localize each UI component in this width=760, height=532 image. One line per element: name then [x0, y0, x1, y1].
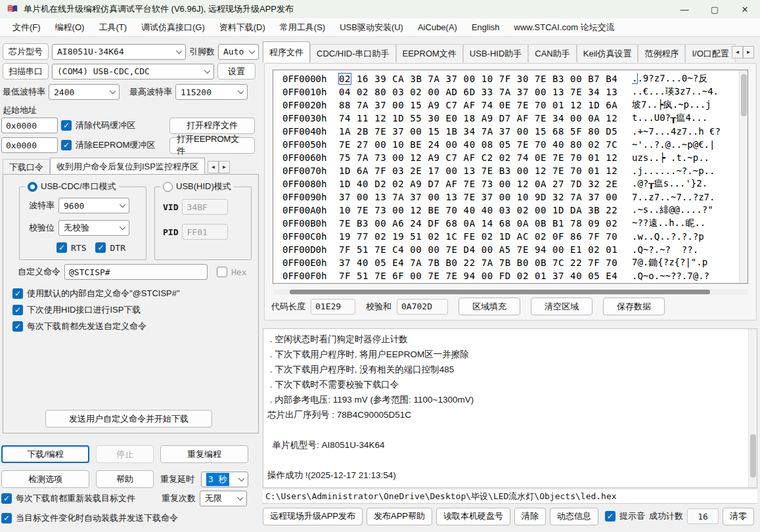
- scan-port-button[interactable]: 扫描串口: [3, 63, 49, 79]
- fill-region-button[interactable]: 区域填充: [458, 298, 520, 315]
- use-default-command-checkbox[interactable]: ✓ 使用默认的内部自定义命令"@STCISP#": [12, 288, 180, 299]
- code-start-address-input[interactable]: 0x0000: [1, 118, 58, 133]
- tab-4[interactable]: CAN助手: [528, 44, 576, 62]
- menu-item-7[interactable]: AiCube(A): [411, 20, 464, 35]
- clear-eeprom-buffer-checkbox[interactable]: ✓ 清除EEPROM缓冲区: [61, 139, 155, 151]
- remote-upgrade-publish-button[interactable]: 远程现场升级APP发布: [263, 508, 363, 525]
- log-line: [267, 422, 740, 437]
- tab-reset-to-isp[interactable]: 收到用户命令后复位到ISP监控程序区: [50, 158, 205, 175]
- hex-checkbox[interactable]: ✓ Hex: [217, 267, 246, 277]
- open-program-file-button[interactable]: 打开程序文件: [169, 118, 255, 134]
- pins-select[interactable]: Auto: [218, 44, 259, 60]
- chevron-down-icon: [237, 495, 243, 500]
- scrollbar-thumb[interactable]: [741, 74, 747, 116]
- baud-select[interactable]: 9600: [58, 198, 129, 213]
- eeprom-start-address-input[interactable]: 0x0000: [1, 137, 58, 153]
- hex-checkbox-label: Hex: [231, 267, 246, 277]
- stop-button[interactable]: 停止: [96, 445, 154, 463]
- send-before-download-checkbox[interactable]: ✓ 每次下载前都先发送自定义命令: [12, 321, 180, 332]
- tab-0[interactable]: 程序文件: [263, 41, 310, 62]
- minimize-button[interactable]: —: [669, 0, 700, 18]
- settings-button[interactable]: 设置: [217, 63, 256, 79]
- dtr-checkbox[interactable]: ✓ DTR: [95, 242, 125, 253]
- publish-app-help-button[interactable]: 发布APP帮助: [367, 508, 432, 525]
- hex-ascii: 坡7..┝疯.~p...j: [632, 99, 737, 111]
- vid-label: VID: [163, 202, 178, 212]
- tab-scroll-right-icon[interactable]: ►: [219, 161, 230, 173]
- serial-port-select[interactable]: (COM4) USB-CDC,CDC: [52, 64, 214, 79]
- tab-scroll-left-icon[interactable]: ◄: [732, 46, 743, 58]
- target-file-path-bar[interactable]: C:\Users\Administrator\OneDrive\Desktop\…: [263, 489, 757, 504]
- menu-item-6[interactable]: USB驱动安装(U): [332, 19, 411, 36]
- repeat-count-select[interactable]: 无限: [200, 491, 247, 506]
- close-button[interactable]: ✕: [730, 0, 760, 18]
- tab-2[interactable]: EEPROM文件: [396, 44, 463, 62]
- chip-model-button[interactable]: 芯片型号: [3, 43, 49, 60]
- clear-code-buffer-checkbox[interactable]: ✓ 清除代码缓冲区: [61, 120, 135, 131]
- hex-row: 0FF00D0h7F 51 7E C4 00 00 7E D4 00 A5 7E…: [273, 243, 737, 256]
- hex-ascii: .@?┰瘟s...'}2.: [632, 178, 737, 190]
- read-disk-id-button[interactable]: 读取本机硬盘号: [436, 508, 510, 525]
- download-program-button[interactable]: 下载/编程: [1, 445, 89, 463]
- hex-address: 0FF0070h: [282, 166, 334, 176]
- menu-item-3[interactable]: 调试仿真接口(G): [134, 19, 212, 36]
- clear-region-button[interactable]: 清空区域: [531, 298, 592, 315]
- reload-target-checkbox[interactable]: ✓ 每次下载前都重新装载目标文件: [1, 493, 135, 504]
- menu-item-1[interactable]: 编程(O): [48, 19, 92, 36]
- hex-vertical-scrollbar[interactable]: [739, 70, 748, 283]
- checkbox-checked-icon: ✓: [12, 288, 23, 299]
- menu-item-2[interactable]: 工具(T): [91, 19, 134, 36]
- selected-byte[interactable]: 02: [339, 74, 351, 84]
- maximize-button[interactable]: ▢: [700, 0, 730, 18]
- repeat-delay-select[interactable]: 3 秒: [201, 472, 248, 487]
- hex-horizontal-scrollbar[interactable]: [274, 289, 748, 295]
- custom-command-input[interactable]: @STCISP#: [64, 264, 208, 280]
- tab-7[interactable]: I/O口配置: [685, 44, 735, 62]
- beep-checkbox[interactable]: ✓提示音: [605, 510, 645, 522]
- tab-download-password[interactable]: 下载口令: [3, 159, 50, 175]
- hex-viewer[interactable]: 0FF0000h02 16 39 CA 3B 7A 37 00 10 7F 30…: [273, 70, 748, 284]
- scrollbar-thumb[interactable]: [290, 290, 710, 294]
- menu-item-9[interactable]: www.STCAI.com 论坛交流: [507, 19, 622, 36]
- scrollbar-thumb[interactable]: [750, 434, 756, 477]
- hex-bytes: 7E 27 00 10 BE 24 00 40 08 05 7E 70 40 8…: [339, 139, 628, 150]
- menu-item-8[interactable]: English: [464, 20, 507, 35]
- help-button[interactable]: 帮助: [96, 470, 154, 488]
- vid-value: 34BF: [182, 199, 228, 215]
- log-output[interactable]: . 空闲状态时看门狗定时器停止计数 . 下次下载用户程序时, 将用户EEPROM…: [263, 328, 757, 488]
- tab-3[interactable]: USB-HID助手: [463, 44, 528, 62]
- tab-scroll-right-icon[interactable]: ►: [743, 46, 754, 58]
- chip-model-select[interactable]: AI8051U-34K64: [52, 44, 186, 60]
- parity-select[interactable]: 无校验: [58, 220, 129, 236]
- autoload-on-change-checkbox[interactable]: ✓ 当目标文件变化时自动装载并发送下载命令: [1, 512, 178, 524]
- dynamic-info-button[interactable]: 动态信息: [550, 508, 598, 525]
- radio-unselected-icon[interactable]: [163, 182, 173, 192]
- save-data-button[interactable]: 保存数据: [603, 298, 665, 315]
- hex-address: 0FF0020h: [282, 100, 334, 110]
- send-custom-command-download-button[interactable]: 发送用户自定义命令并开始下载: [45, 410, 212, 428]
- clear-button[interactable]: 清除: [514, 508, 546, 525]
- menu-item-5[interactable]: 常用工具(S): [273, 19, 332, 36]
- max-baud-select[interactable]: 115200: [175, 84, 248, 100]
- selected-ascii[interactable]: .: [632, 73, 637, 83]
- hex-row: 0FF0090h37 00 13 7A 37 00 13 7E 37 00 10…: [273, 190, 737, 204]
- radio-selected-icon[interactable]: [28, 182, 37, 192]
- check-options-button[interactable]: 检测选项: [1, 470, 89, 488]
- tab-scroll-left-icon[interactable]: ◄: [208, 161, 219, 173]
- next-hid-isp-checkbox[interactable]: ✓ 下次使用HID接口进行ISP下载: [12, 304, 180, 316]
- hex-ascii: .Q~o.~~??.7@.?: [632, 271, 737, 281]
- rts-checkbox[interactable]: ✓ RTS: [56, 242, 86, 253]
- tab-6[interactable]: 范例程序: [638, 44, 685, 62]
- log-vertical-scrollbar[interactable]: [748, 329, 757, 487]
- chevron-down-icon: [204, 67, 210, 73]
- menu-item-4[interactable]: 资料下载(D): [212, 19, 273, 36]
- hex-ascii: .j......~?.~p..: [632, 166, 737, 176]
- open-eeprom-file-button[interactable]: 打开EEPROM文件: [169, 137, 255, 154]
- tab-1[interactable]: CDC/HID-串口助手: [310, 44, 396, 62]
- checkbox-unchecked-icon: ✓: [217, 267, 227, 277]
- menu-item-0[interactable]: 文件(F): [5, 19, 48, 36]
- repeat-program-button[interactable]: 重复编程: [160, 445, 248, 463]
- tab-5[interactable]: Keil仿真设置: [577, 44, 638, 62]
- reset-count-button[interactable]: 清零: [723, 508, 754, 525]
- min-baud-select[interactable]: 2400: [49, 84, 120, 100]
